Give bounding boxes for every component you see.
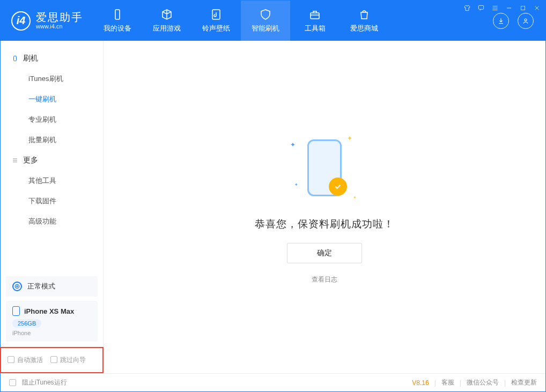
close-icon[interactable] [533,4,541,12]
wechat-link[interactable]: 微信公众号 [467,378,499,387]
window-controls [463,4,541,12]
svg-rect-2 [115,10,120,19]
view-log-link[interactable]: 查看日志 [312,275,337,284]
opt-skip-guide[interactable]: 跳过向导 [50,356,86,365]
top-nav: 我的设备 应用游戏 铃声壁纸 智能刷机 工具箱 [93,1,389,41]
version-label: V8.16 [412,379,429,387]
logo-icon: i4 [11,11,31,31]
app-window: i4 爱思助手 www.i4.cn 我的设备 应用游戏 铃声壁纸 [0,0,546,392]
nav-label: 爱思商城 [350,24,378,33]
svg-point-7 [17,286,18,287]
sidebar-section-more: 更多 [1,150,103,171]
check-badge-icon [329,177,347,196]
nav-label: 工具箱 [305,24,326,33]
phone-outline-icon [11,55,19,62]
sidebar-item-pro[interactable]: 专业刷机 [1,109,103,130]
svg-point-5 [525,19,527,21]
ok-button[interactable]: 确定 [287,243,362,263]
device-card[interactable]: iPhone XS Max 256GB iPhone [6,301,98,342]
update-link[interactable]: 检查更新 [511,378,537,387]
nav-toolbox[interactable]: 工具箱 [290,1,340,41]
menu-icon[interactable] [491,4,499,12]
app-url: www.i4.cn [36,23,83,29]
download-button[interactable] [493,13,509,29]
device-name: iPhone XS Max [24,307,74,315]
sidebar-section-flash: 刷机 [1,48,103,69]
titlebar: i4 爱思助手 www.i4.cn 我的设备 应用游戏 铃声壁纸 [1,1,545,41]
device-capacity: 256GB [12,319,41,328]
nav-label: 铃声壁纸 [202,24,230,33]
list-icon [11,157,19,164]
sparkle-icon: ✦ [290,141,296,149]
sidebar-item-itunes[interactable]: iTunes刷机 [1,69,103,89]
svg-rect-4 [311,13,319,19]
nav-label: 智能刷机 [252,24,279,33]
nav-ringtones[interactable]: 铃声壁纸 [191,1,241,41]
mode-icon [12,282,22,291]
minimize-icon[interactable] [505,4,513,12]
sparkle-icon: ✦ [294,182,298,187]
nav-flash[interactable]: 智能刷机 [241,1,290,41]
sidebar-item-onekey[interactable]: 一键刷机 [1,89,103,109]
sparkle-icon: ✦ [353,195,357,200]
checkbox-icon[interactable] [8,356,14,363]
opt-auto-activate[interactable]: 自动激活 [8,356,43,365]
shield-icon [259,8,272,21]
toolbox-icon [308,8,321,21]
section-label: 更多 [23,156,38,165]
support-link[interactable]: 客服 [441,378,454,387]
cube-icon [160,8,173,21]
success-illustration: ✦ ✦ ✦ ✦ [287,130,362,205]
body: 刷机 iTunes刷机 一键刷机 专业刷机 批量刷机 更多 其他工具 下载固件 … [1,41,545,373]
svg-rect-6 [14,56,17,61]
mode-label: 正常模式 [27,282,55,291]
sidebar: 刷机 iTunes刷机 一键刷机 专业刷机 批量刷机 更多 其他工具 下载固件 … [1,41,104,373]
bag-icon [358,8,371,21]
nav-store[interactable]: 爱思商城 [340,1,389,41]
success-panel: ✦ ✦ ✦ ✦ 恭喜您，保资料刷机成功啦！ 确定 查看日志 [255,130,394,284]
sidebar-item-firmware[interactable]: 下载固件 [1,191,103,211]
success-message: 恭喜您，保资料刷机成功啦！ [255,217,394,231]
sidebar-item-advanced[interactable]: 高级功能 [1,211,103,232]
main-content: ✦ ✦ ✦ ✦ 恭喜您，保资料刷机成功啦！ 确定 查看日志 [104,41,545,373]
device-icon [111,8,124,21]
svg-rect-1 [521,6,525,10]
nav-label: 我的设备 [104,24,131,33]
user-button[interactable] [518,13,534,29]
device-mode[interactable]: 正常模式 [6,276,98,297]
sidebar-item-other[interactable]: 其他工具 [1,171,103,191]
svg-point-8 [15,284,19,289]
skin-icon[interactable] [463,4,471,12]
app-name: 爱思助手 [36,11,83,23]
device-type: iPhone [12,330,91,336]
block-itunes-label[interactable]: 阻止iTunes运行 [22,378,67,387]
phone-icon [12,306,20,316]
flash-options: 自动激活 跳过向导 [0,347,104,373]
svg-rect-0 [478,5,483,9]
feedback-icon[interactable] [477,4,485,12]
sparkle-icon: ✦ [347,135,352,142]
nav-my-device[interactable]: 我的设备 [93,1,142,41]
nav-apps[interactable]: 应用游戏 [142,1,191,41]
nav-label: 应用游戏 [153,24,181,33]
statusbar: 阻止iTunes运行 V8.16 | 客服 | 微信公众号 | 检查更新 [1,373,545,391]
sidebar-item-batch[interactable]: 批量刷机 [1,130,103,150]
logo: i4 爱思助手 www.i4.cn [1,1,93,41]
checkbox-icon[interactable] [9,379,16,386]
music-icon [210,8,223,21]
maximize-icon[interactable] [519,4,527,12]
checkbox-icon[interactable] [50,356,57,363]
section-label: 刷机 [23,54,38,63]
